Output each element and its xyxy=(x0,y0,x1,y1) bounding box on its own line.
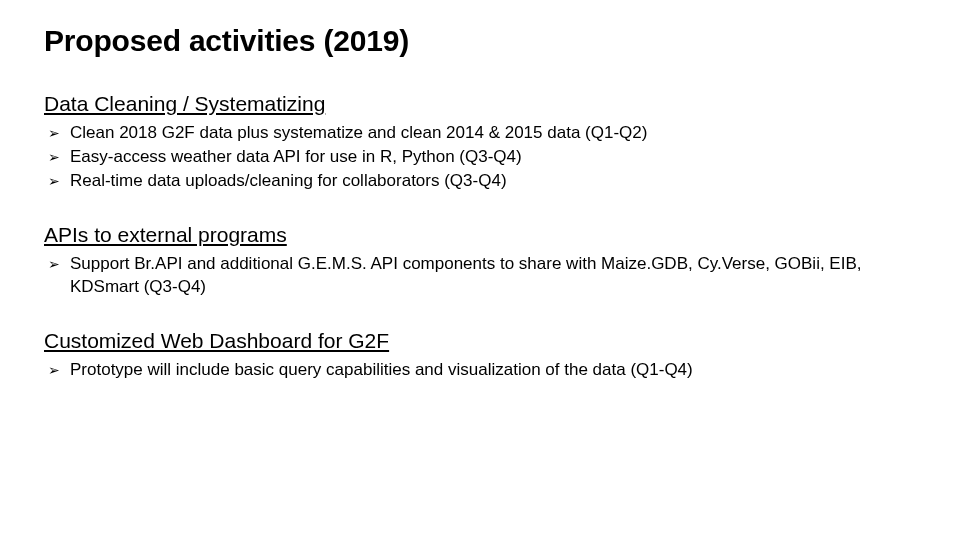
list-item: ➢ Real-time data uploads/cleaning for co… xyxy=(48,170,916,193)
list-item-text: Clean 2018 G2F data plus systematize and… xyxy=(70,123,647,142)
bullet-list: ➢ Support Br.API and additional G.E.M.S.… xyxy=(44,253,916,299)
list-item-text: Real-time data uploads/cleaning for coll… xyxy=(70,171,507,190)
bullet-list: ➢ Prototype will include basic query cap… xyxy=(44,359,916,382)
list-item: ➢ Easy-access weather data API for use i… xyxy=(48,146,916,169)
bullet-arrow-icon: ➢ xyxy=(48,146,60,168)
list-item: ➢ Prototype will include basic query cap… xyxy=(48,359,916,382)
slide: Proposed activities (2019) Data Cleaning… xyxy=(0,0,960,407)
list-item: ➢ Clean 2018 G2F data plus systematize a… xyxy=(48,122,916,145)
bullet-arrow-icon: ➢ xyxy=(48,359,60,381)
bullet-list: ➢ Clean 2018 G2F data plus systematize a… xyxy=(44,122,916,193)
list-item-text: Prototype will include basic query capab… xyxy=(70,360,693,379)
page-title: Proposed activities (2019) xyxy=(44,24,916,58)
list-item: ➢ Support Br.API and additional G.E.M.S.… xyxy=(48,253,916,299)
list-item-text: Easy-access weather data API for use in … xyxy=(70,147,522,166)
list-item-text: Support Br.API and additional G.E.M.S. A… xyxy=(70,254,862,296)
section-heading-apis: APIs to external programs xyxy=(44,223,916,247)
bullet-arrow-icon: ➢ xyxy=(48,122,60,144)
bullet-arrow-icon: ➢ xyxy=(48,170,60,192)
section-heading-dashboard: Customized Web Dashboard for G2F xyxy=(44,329,916,353)
bullet-arrow-icon: ➢ xyxy=(48,253,60,275)
section-heading-data-cleaning: Data Cleaning / Systematizing xyxy=(44,92,916,116)
